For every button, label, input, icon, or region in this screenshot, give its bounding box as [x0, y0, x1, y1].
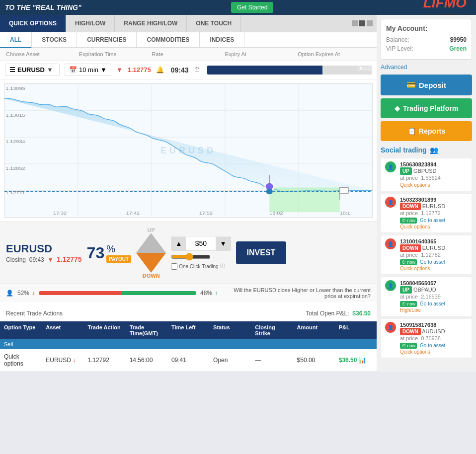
row-status: Open — [209, 353, 251, 368]
list-view-icon[interactable] — [359, 20, 365, 26]
pl-value: $36.50 — [339, 357, 357, 364]
svg-text:17:42: 17:42 — [126, 210, 140, 215]
vip-value: Green — [449, 45, 467, 52]
payout-symbol: % — [106, 243, 115, 254]
closing-label: Closing — [6, 256, 26, 263]
asset-text: EURUSD — [46, 357, 71, 364]
row-closing-strike: --- — [251, 353, 293, 368]
amount-slider[interactable] — [171, 253, 211, 261]
banner: TO THE "REAL THING" Get Started LIFMO ww… — [0, 0, 476, 15]
advanced-link[interactable]: Advanced — [381, 64, 472, 71]
cat-currencies[interactable]: CURRENCIES — [77, 32, 137, 47]
tab-one-touch[interactable]: ONE TOUCH — [187, 15, 241, 32]
reports-icon: 📋 — [407, 127, 416, 135]
amount-increase-button[interactable]: ▼ — [216, 237, 230, 250]
goto-asset-2[interactable]: Go to asset — [420, 259, 445, 265]
sentiment-left: 52% ↓ — [17, 290, 35, 297]
banner-text: TO THE "REAL THING" — [5, 3, 81, 11]
trade-symbol: EURUSD — [6, 242, 82, 255]
cat-stocks[interactable]: STOCKS — [32, 32, 77, 47]
payout-section: 73 % PAYOUT — [87, 243, 132, 262]
col-option-type: Option Type — [0, 321, 42, 339]
svg-point-13 — [266, 188, 273, 194]
social-asset-2: DOWN EURUSD — [400, 244, 445, 252]
down-label: DOWN — [136, 273, 166, 279]
total-pl: Total Open P&L: $36.50 — [306, 310, 371, 317]
chart-icon[interactable]: 📊 — [359, 357, 366, 364]
vip-row: VIP Level: Green — [386, 45, 467, 52]
now-badge-4: ⏱ now — [400, 343, 417, 349]
up-arrow-shape[interactable] — [136, 233, 166, 253]
trading-platform-button[interactable]: ◈ Trading Platform — [381, 98, 472, 118]
deposit-label: Deposit — [419, 81, 446, 89]
one-click-info-icon: ⓘ — [220, 263, 225, 270]
invest-button[interactable]: INVEST — [236, 241, 287, 264]
tab-range-high-low[interactable]: RANGE HIGH/LOW — [115, 15, 187, 32]
col-closing-strike: Closing Strike — [251, 321, 293, 339]
down-pct: 52% — [17, 290, 29, 297]
asset-selector[interactable]: ☰ EURUSD ▼ — [5, 64, 60, 76]
social-link-0[interactable]: Quick options — [400, 182, 430, 188]
trade-panel: EURUSD Closing 09:43 ▼ 1.12775 73 % PAYO… — [0, 222, 377, 284]
tab-high-low[interactable]: HIGH/LOW — [66, 15, 115, 32]
one-click-checkbox[interactable] — [171, 263, 177, 270]
progress-fill — [207, 66, 322, 75]
down-arrow-sent: ↓ — [32, 290, 35, 297]
social-price-4: at price 0.70938 — [400, 335, 445, 341]
asset-labels-row: Choose Asset Expiration Time Rate Expiry… — [0, 48, 377, 61]
expiry-selector[interactable]: 📅 10 min ▼ — [65, 64, 111, 76]
get-started-button[interactable]: Get Started — [231, 2, 273, 13]
amount-decrease-button[interactable]: ▲ — [171, 237, 186, 250]
social-link-2[interactable]: Quick options — [400, 266, 430, 271]
rate-arrow-down: ▼ — [47, 256, 53, 263]
now-badge-1: ⏱ now — [400, 218, 417, 224]
down-arrow-shape[interactable] — [136, 253, 166, 273]
up-label: UP — [136, 227, 166, 233]
recent-header: Recent Trade Actions Total Open P&L: $36… — [0, 306, 377, 321]
social-price-2: at price 1.12782 — [400, 252, 445, 258]
choose-asset-label: Choose Asset — [6, 51, 79, 57]
recent-title: Recent Trade Actions — [6, 310, 63, 317]
goto-asset-4[interactable]: Go to asset — [420, 343, 445, 349]
social-price-1: at price 1.12772 — [400, 210, 445, 216]
row-trade-time: 14:56:00 — [126, 353, 167, 368]
cat-commodities[interactable]: COMMODITIES — [137, 32, 200, 47]
amount-input[interactable] — [186, 236, 216, 250]
deposit-icon: 💳 — [406, 80, 416, 89]
table-row: Quick options EURUSD ↓ 1.12792 14:56:00 … — [0, 349, 377, 372]
rate-label: Rate — [152, 51, 225, 57]
goto-asset-3[interactable]: Go to asset — [420, 301, 445, 307]
social-title: Social trading 👥 — [381, 146, 472, 154]
reports-button[interactable]: 📋 Reports — [381, 121, 472, 141]
col-asset: Asset — [42, 321, 83, 339]
trade-rate: 1.12775 — [57, 255, 82, 263]
svg-text:18:1: 18:1 — [340, 210, 350, 215]
social-link-1[interactable]: Quick options — [400, 224, 430, 229]
col-status: Status — [209, 321, 251, 339]
grid-view-icon[interactable] — [352, 20, 358, 26]
current-rate: 1.12775 — [128, 66, 151, 74]
rate-down-arrow: ▼ — [116, 66, 123, 74]
cat-indices[interactable]: INDICES — [200, 32, 244, 47]
detail-view-icon[interactable] — [367, 20, 373, 26]
balance-value: $9950 — [450, 36, 467, 43]
social-link-4[interactable]: Quick options — [400, 349, 430, 355]
social-link-3[interactable]: High/Low — [400, 307, 421, 313]
deposit-button[interactable]: 💳 Deposit — [381, 75, 472, 95]
option-expires-label: Option Expires At — [298, 51, 371, 57]
now-badge-3: ⏱ now — [400, 301, 417, 307]
social-asset-0: UP GBPUSD — [400, 167, 441, 175]
table-header: Option Type Asset Trade Action Trade Tim… — [0, 321, 377, 339]
tab-quick-options[interactable]: QUICK OPTIONS — [0, 15, 66, 32]
social-asset-3: UP GBPAUD — [400, 286, 445, 294]
social-id-1: 150323801899 — [400, 197, 445, 203]
asset-list-icon: ☰ — [9, 66, 15, 74]
social-id-0: 150630823894 — [400, 161, 441, 167]
goto-asset-1[interactable]: Go to asset — [420, 218, 445, 224]
social-item-3: 👤 150804565057 UP GBPAUD at price 2.1653… — [381, 277, 472, 316]
svg-rect-14 — [340, 187, 348, 193]
svg-text:1.12771: 1.12771 — [5, 190, 25, 195]
up-arrow-sent: ↑ — [215, 290, 218, 297]
people-icon: 👥 — [430, 146, 438, 154]
cat-all[interactable]: ALL — [0, 32, 32, 48]
